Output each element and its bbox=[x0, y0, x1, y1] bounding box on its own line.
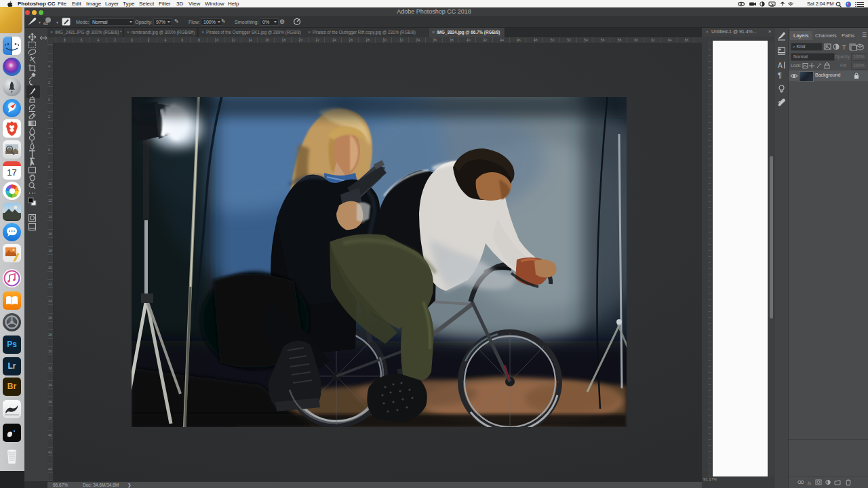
svg-text:fx: fx bbox=[808, 481, 812, 486]
svg-text:T: T bbox=[842, 44, 846, 51]
svg-text:A: A bbox=[778, 62, 783, 69]
svg-text:¶: ¶ bbox=[778, 71, 782, 79]
